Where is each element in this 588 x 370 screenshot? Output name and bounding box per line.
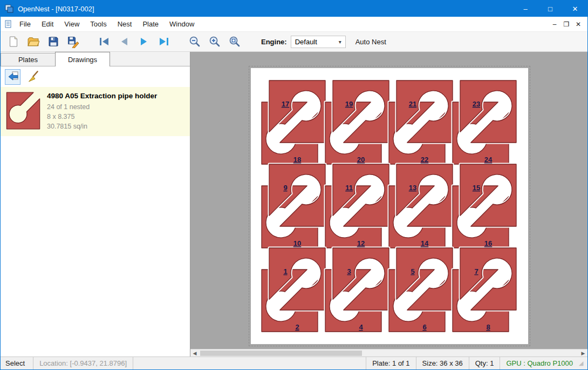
menu-item-view[interactable]: View <box>59 17 85 31</box>
maximize-button[interactable]: □ <box>538 1 563 17</box>
menu-item-nest[interactable]: Nest <box>112 17 138 31</box>
tab-plates[interactable]: Plates <box>1 53 56 66</box>
resize-grip[interactable]: ◢ <box>579 357 587 369</box>
next-plate-button[interactable] <box>135 33 152 50</box>
part-number-17: 17 <box>282 100 289 108</box>
scroll-right-icon[interactable]: ▶ <box>579 351 587 356</box>
save-icon <box>47 36 59 48</box>
new-button[interactable] <box>5 33 22 50</box>
statusbar: Select Location: [-0.9437, 21.8796] Plat… <box>1 356 587 369</box>
part-number-19: 19 <box>345 100 353 108</box>
minimize-button[interactable]: – <box>513 1 538 17</box>
status-location: Location: [-0.9437, 21.8796] <box>33 357 133 369</box>
open-folder-icon <box>27 36 39 48</box>
first-arrow-icon <box>98 36 111 48</box>
scroll-left-icon[interactable]: ◀ <box>190 351 199 356</box>
toolbar: Engine: Default ▾ Auto Nest <box>1 32 587 52</box>
part-number-7: 7 <box>474 267 478 275</box>
import-drawing-icon <box>6 70 19 83</box>
part-number-5: 5 <box>411 267 414 275</box>
broom-icon <box>27 70 40 83</box>
close-button[interactable]: ✕ <box>563 1 587 17</box>
part-number-1: 1 <box>283 267 287 275</box>
auto-nest-button[interactable]: Auto Nest <box>355 38 386 46</box>
status-size: Size: 36 x 36 <box>416 357 469 369</box>
plate[interactable]: 171819202122232491011121314151612345678 <box>251 68 528 344</box>
part-number-3: 3 <box>347 267 351 275</box>
save-edit-icon <box>67 36 79 48</box>
part-thumbnail <box>6 92 40 130</box>
zoom-out-button[interactable] <box>186 33 203 50</box>
menu-item-edit[interactable]: Edit <box>36 17 59 31</box>
engine-select[interactable]: Default ▾ <box>291 36 346 48</box>
window-title: OpenNest - [N0317-002] <box>18 5 94 13</box>
new-file-icon <box>8 36 19 48</box>
last-plate-button[interactable] <box>155 33 172 50</box>
zoom-fit-icon <box>228 35 241 48</box>
part-number-12: 12 <box>357 239 365 247</box>
menu-item-plate[interactable]: Plate <box>137 17 164 31</box>
window-controls: – □ ✕ <box>513 1 587 17</box>
next-arrow-icon <box>138 36 151 48</box>
menu-item-tools[interactable]: Tools <box>85 17 112 31</box>
nest-canvas[interactable]: 171819202122232491011121314151612345678 … <box>190 52 587 356</box>
replace-drawing-button[interactable] <box>5 69 20 85</box>
child-restore-button[interactable]: ❐ <box>560 21 572 28</box>
drawing-dimensions: 8 x 8.375 <box>47 112 157 122</box>
child-window-controls: – ❐ ✕ <box>549 21 587 28</box>
status-mode: Select <box>1 357 33 369</box>
part-number-9: 9 <box>283 184 287 192</box>
part-number-8: 8 <box>486 323 490 331</box>
zoom-in-button[interactable] <box>206 33 223 50</box>
part-number-6: 6 <box>422 323 426 331</box>
chevron-down-icon: ▾ <box>339 39 341 45</box>
part-number-22: 22 <box>421 156 428 164</box>
first-plate-button[interactable] <box>95 33 112 50</box>
part-number-15: 15 <box>473 184 480 192</box>
drawing-nested-count: 24 of 1 nested <box>47 102 157 112</box>
child-minimize-button[interactable]: – <box>549 21 560 28</box>
save-button[interactable] <box>45 33 61 50</box>
part-number-21: 21 <box>409 100 416 108</box>
menu-items: FileEditViewToolsNestPlateWindow <box>14 17 200 31</box>
part-number-2: 2 <box>295 323 299 331</box>
tabstrip: PlatesDrawings <box>1 52 190 66</box>
horizontal-scrollbar[interactable]: ◀ ▶ <box>190 349 587 356</box>
zoom-fit-button[interactable] <box>226 33 243 50</box>
plate-selection-outline: 171819202122232491011121314151612345678 <box>249 66 530 346</box>
status-qty: Qty: 1 <box>469 357 500 369</box>
part-number-11: 11 <box>345 184 353 192</box>
drawing-title: 4980 A05 Extraction pipe holder <box>47 92 157 100</box>
app-icon <box>5 4 13 13</box>
drawing-meta: 4980 A05 Extraction pipe holder 24 of 1 … <box>47 92 157 131</box>
part-number-13: 13 <box>409 184 416 192</box>
menu-item-window[interactable]: Window <box>164 17 200 31</box>
part-number-4: 4 <box>359 323 363 331</box>
part-number-24: 24 <box>484 156 493 164</box>
save-as-button[interactable] <box>65 33 81 50</box>
app-window: OpenNest - [N0317-002] – □ ✕ FileEditVie… <box>0 0 588 370</box>
child-close-button[interactable]: ✕ <box>572 21 584 28</box>
drawing-list-item[interactable]: 4980 A05 Extraction pipe holder 24 of 1 … <box>1 87 190 136</box>
part-number-20: 20 <box>357 156 365 164</box>
scrollbar-thumb[interactable] <box>200 351 362 356</box>
drawings-toolbar <box>1 66 190 87</box>
status-gpu: GPU : Quadro P1000 <box>500 357 579 369</box>
part-number-16: 16 <box>484 239 492 247</box>
open-button[interactable] <box>25 33 42 50</box>
menu-item-file[interactable]: File <box>14 17 36 31</box>
clear-drawings-button[interactable] <box>25 69 41 85</box>
part-number-18: 18 <box>293 156 301 164</box>
zoom-out-icon <box>188 35 201 48</box>
document-icon <box>4 20 12 28</box>
engine-label: Engine: <box>261 38 287 46</box>
tab-drawings[interactable]: Drawings <box>55 52 110 66</box>
drawing-list-empty-area <box>1 136 190 356</box>
content-area: PlatesDrawings <box>1 52 587 356</box>
part-number-14: 14 <box>421 239 429 247</box>
sidebar: PlatesDrawings <box>1 52 190 356</box>
part-number-10: 10 <box>293 239 301 247</box>
previous-plate-button[interactable] <box>115 33 132 50</box>
part-number-23: 23 <box>473 100 480 108</box>
drawing-area: 30.7815 sq/in <box>47 122 157 131</box>
